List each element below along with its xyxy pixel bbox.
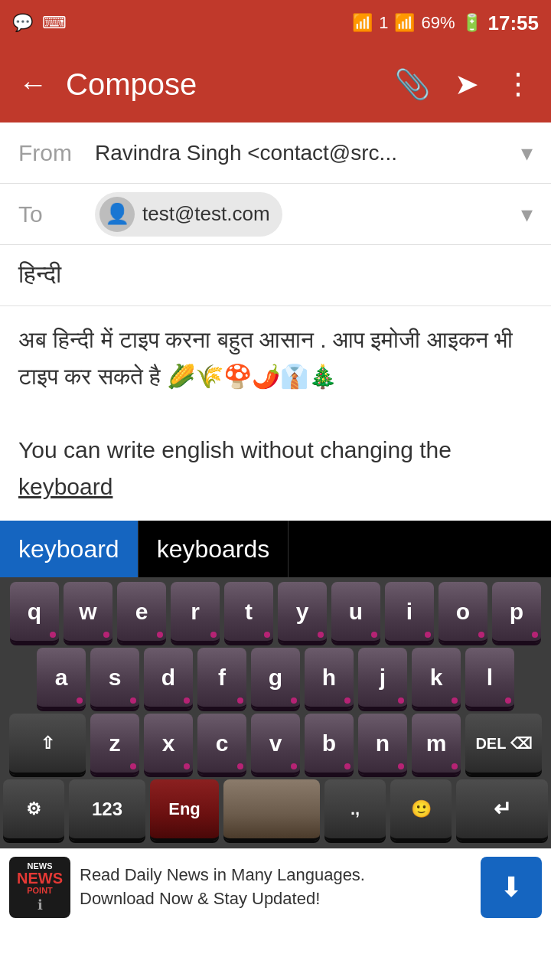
key-o[interactable]: o: [439, 582, 487, 643]
keyboard-icon: ⌨: [42, 13, 67, 33]
ad-logo-top: NEWS: [28, 861, 53, 871]
key-k[interactable]: k: [412, 648, 461, 709]
key-s[interactable]: s: [90, 648, 139, 709]
autocomplete-bar: keyboard keyboards: [0, 521, 551, 577]
ad-logo: NEWS NEWS POINT ℹ: [9, 857, 70, 918]
ad-banner: NEWS NEWS POINT ℹ Read Daily News in Man…: [0, 848, 551, 925]
from-field[interactable]: From Ravindra Singh <contact@src... ▾: [0, 122, 551, 184]
toolbar: ← Compose 📎 ➤ ⋮: [0, 46, 551, 122]
key-row-3: ⇧ z x c v b n m DEL ⌫: [3, 714, 548, 775]
key-row-1: q w e r t y u i o p: [3, 582, 548, 643]
language-key[interactable]: Eng: [150, 779, 219, 841]
toolbar-title: Compose: [66, 67, 376, 102]
key-i[interactable]: i: [385, 582, 434, 643]
ad-logo-sub: POINT: [27, 886, 53, 895]
status-right-icons: 📶 1 📶 69% 🔋 17:55: [352, 11, 539, 35]
subject-area[interactable]: हिन्दी: [0, 245, 551, 306]
compose-area: From Ravindra Singh <contact@src... ▾ To…: [0, 122, 551, 521]
from-label: From: [18, 140, 95, 166]
key-m[interactable]: m: [412, 714, 461, 775]
autocomplete-item-0[interactable]: keyboard: [0, 521, 139, 577]
to-chevron-icon[interactable]: ▾: [521, 201, 533, 227]
status-left-icons: 💬 ⌨: [12, 13, 67, 33]
key-a[interactable]: a: [37, 648, 86, 709]
key-f[interactable]: f: [197, 648, 246, 709]
key-b[interactable]: b: [305, 714, 354, 775]
body-hindi: अब हिन्दी में टाइप करना बहुत आसान . आप इ…: [18, 327, 513, 389]
status-time: 17:55: [488, 11, 540, 35]
key-e[interactable]: e: [117, 582, 166, 643]
autocomplete-word-0: keyboard: [18, 535, 119, 564]
key-q[interactable]: q: [10, 582, 59, 643]
ad-download-button[interactable]: ⬇: [481, 857, 542, 918]
keyboard: q w e r t y u i o p a s d f g h j k l ⇧ …: [0, 577, 551, 848]
from-value: Ravindra Singh <contact@src...: [95, 133, 521, 173]
battery-icon: 🔋: [461, 13, 482, 33]
body-english-keyboard: keyboard: [18, 474, 112, 499]
key-row-2: a s d f g h j k l: [3, 648, 548, 709]
key-y[interactable]: y: [278, 582, 327, 643]
ad-text-line1: Read Daily News in Many Languages.: [80, 865, 365, 884]
settings-key[interactable]: ⚙: [3, 779, 64, 841]
key-z[interactable]: z: [90, 714, 139, 775]
key-w[interactable]: w: [64, 582, 112, 643]
key-p[interactable]: p: [492, 582, 541, 643]
key-row-bottom: ⚙ 123 Eng ., 🙂 ↵: [3, 779, 548, 841]
key-c[interactable]: c: [197, 714, 246, 775]
key-j[interactable]: j: [358, 648, 407, 709]
send-button[interactable]: ➤: [448, 61, 485, 107]
key-v[interactable]: v: [251, 714, 300, 775]
body-area[interactable]: अब हिन्दी में टाइप करना बहुत आसान . आप इ…: [0, 306, 551, 521]
back-button[interactable]: ←: [12, 62, 54, 107]
more-button[interactable]: ⋮: [497, 61, 539, 107]
ad-logo-info: ℹ: [37, 897, 43, 913]
recipient-chip[interactable]: 👤 test@test.com: [95, 192, 282, 237]
wifi-icon: 📶: [352, 13, 373, 33]
subject-text: हिन्दी: [18, 260, 61, 288]
delete-key[interactable]: DEL ⌫: [465, 714, 542, 775]
body-text: अब हिन्दी में टाइप करना बहुत आसान . आप इ…: [18, 322, 533, 505]
key-h[interactable]: h: [305, 648, 354, 709]
autocomplete-item-1[interactable]: keyboards: [139, 521, 289, 577]
autocomplete-word-1: keyboards: [157, 535, 270, 564]
key-d[interactable]: d: [144, 648, 193, 709]
attach-button[interactable]: 📎: [388, 61, 436, 107]
key-r[interactable]: r: [171, 582, 220, 643]
key-t[interactable]: t: [224, 582, 273, 643]
key-u[interactable]: u: [331, 582, 380, 643]
ad-text: Read Daily News in Many Languages. Downl…: [80, 864, 471, 911]
space-key[interactable]: [223, 779, 320, 841]
punctuation-key[interactable]: .,: [324, 779, 386, 841]
to-label: To: [18, 201, 95, 227]
enter-key[interactable]: ↵: [456, 779, 548, 841]
shift-key[interactable]: ⇧: [9, 714, 86, 775]
recipient-avatar: 👤: [99, 197, 135, 232]
recipient-email: test@test.com: [142, 202, 270, 226]
status-bar: 💬 ⌨ 📶 1 📶 69% 🔋 17:55: [0, 0, 551, 46]
key-l[interactable]: l: [465, 648, 514, 709]
ad-text-line2: Download Now & Stay Updated!: [80, 889, 320, 908]
numbers-key[interactable]: 123: [69, 779, 145, 841]
ad-logo-main: NEWS: [17, 871, 63, 886]
to-field[interactable]: To 👤 test@test.com ▾: [0, 184, 551, 245]
battery-text: 69%: [421, 13, 455, 33]
key-x[interactable]: x: [144, 714, 193, 775]
sim-icon: 1: [379, 13, 388, 33]
key-n[interactable]: n: [358, 714, 407, 775]
from-chevron-icon[interactable]: ▾: [521, 139, 533, 166]
download-icon: ⬇: [500, 871, 523, 903]
emoji-key[interactable]: 🙂: [390, 779, 452, 841]
body-english: You can write english without changing t…: [18, 437, 452, 499]
whatsapp-icon: 💬: [12, 13, 33, 33]
key-g[interactable]: g: [251, 648, 300, 709]
signal-icon: 📶: [394, 13, 415, 33]
